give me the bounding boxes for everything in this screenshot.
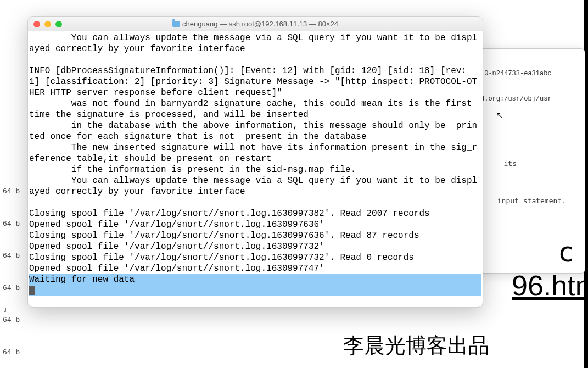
maximize-button[interactable] bbox=[55, 21, 62, 27]
bg-num-row: 64 b bbox=[3, 219, 30, 230]
terminal-line: Opened spool file '/var/log/snort//snort… bbox=[29, 220, 324, 230]
terminal-line: Closing spool file '/var/log/snort//snor… bbox=[29, 231, 419, 241]
terminal-highlight-text: Waiting for new data bbox=[29, 275, 135, 285]
terminal-body[interactable]: You can allways update the message via a… bbox=[28, 31, 483, 307]
window-title-text: chenguang — ssh root@192.168.11.13 — 80×… bbox=[182, 20, 338, 28]
bg-num-row: 64 b bbox=[3, 186, 30, 197]
mouse-cursor-icon: ↖ bbox=[496, 110, 503, 120]
terminal-cursor bbox=[29, 286, 35, 295]
terminal-line: The new inserted signature will not have… bbox=[29, 143, 477, 164]
terminal-line: was not found in barnyard2 signature cac… bbox=[29, 99, 477, 120]
background-url-fragment: 96.htm bbox=[512, 269, 588, 302]
terminal-window[interactable]: chenguang — ssh root@192.168.11.13 — 80×… bbox=[27, 16, 483, 308]
bg-text-fragment: c bbox=[558, 236, 574, 268]
terminal-line: Opened spool file '/var/log/snort//snort… bbox=[29, 242, 324, 252]
close-button[interactable] bbox=[33, 21, 40, 27]
terminal-highlighted-line: Waiting for new data bbox=[29, 274, 481, 296]
bg-num-row: 64 b bbox=[3, 250, 30, 261]
bg-num-row: 64 b bbox=[3, 315, 30, 326]
terminal-line: Closing spool file '/var/log/snort//snor… bbox=[29, 209, 430, 219]
background-left-prompt: ▯ bbox=[3, 305, 7, 314]
window-title: chenguang — ssh root@192.168.11.13 — 80×… bbox=[28, 20, 483, 28]
bg-text-fragment: its bbox=[504, 159, 517, 168]
terminal-line: Closing spool file '/var/log/snort//snor… bbox=[29, 253, 414, 263]
background-left-column: 64 b 64 b 64 b 64 b 64 b 64 b 64 b 64 b … bbox=[3, 165, 30, 368]
bg-text-fragment: input statement. bbox=[497, 197, 566, 205]
traffic-lights bbox=[33, 21, 62, 27]
terminal-line: if the information is present in the sid… bbox=[29, 165, 356, 175]
terminal-line: Opened spool file '/var/log/snort//snort… bbox=[29, 264, 324, 274]
bg-num-row: 64 b bbox=[3, 347, 30, 358]
terminal-line: You can allways update the message via a… bbox=[29, 176, 477, 197]
bg-window-line: d.org:/usr/obj/usr bbox=[480, 94, 580, 104]
titlebar[interactable]: chenguang — ssh root@192.168.11.13 — 80×… bbox=[28, 17, 483, 31]
bg-num-row: 64 b bbox=[3, 283, 30, 294]
folder-icon bbox=[172, 21, 180, 27]
terminal-line: You can allways update the message via a… bbox=[29, 33, 477, 54]
watermark-text: 李晨光博客出品 bbox=[343, 332, 489, 360]
bg-window-line: .0-n244733-ea31abc bbox=[480, 69, 580, 79]
minimize-button[interactable] bbox=[44, 21, 51, 27]
terminal-line: in the database with the above informati… bbox=[29, 121, 477, 142]
terminal-line: INFO [dbProcessSignatureInformation()]: … bbox=[29, 66, 477, 98]
